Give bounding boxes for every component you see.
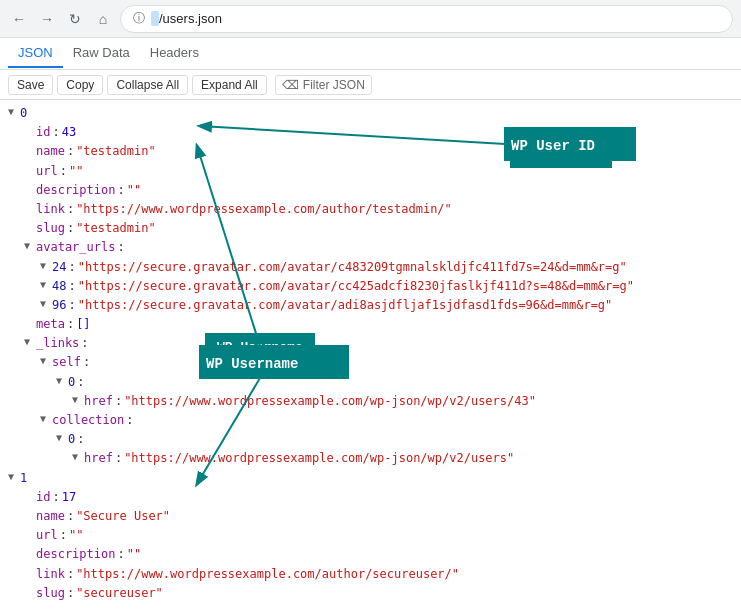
json-value: "https://secure.gravatar.com/avatar/c483…: [78, 258, 627, 277]
filter-icon: ⌫: [282, 78, 299, 92]
json-key: slug: [36, 219, 65, 238]
colon: :: [67, 507, 74, 526]
json-key: self: [52, 353, 81, 372]
json-key: collection: [52, 411, 124, 430]
url-path: /users.json: [159, 11, 222, 26]
json-line: slug: "testadmin": [0, 219, 741, 238]
colon: :: [115, 392, 122, 411]
json-key: avatar_urls: [36, 238, 115, 257]
json-line: slug: "secureuser": [0, 584, 741, 603]
json-line: ▼collection:: [0, 411, 741, 430]
json-value: "": [127, 545, 141, 564]
json-key: 1: [20, 469, 27, 488]
colon: :: [77, 430, 84, 449]
json-key: href: [84, 392, 113, 411]
json-key: 0: [20, 104, 27, 123]
json-content: ▼0 id: 43 name: "testadmin" url: "" desc…: [0, 100, 741, 613]
json-value: "Secure User": [76, 507, 170, 526]
json-line: ▼24: "https://secure.gravatar.com/avatar…: [0, 258, 741, 277]
toggle-icon[interactable]: ▼: [40, 353, 50, 369]
json-key: description: [36, 181, 115, 200]
json-key: link: [36, 565, 65, 584]
toggle-icon[interactable]: ▼: [8, 469, 18, 485]
json-line: ▼0:: [0, 373, 741, 392]
json-value: "secureuser": [76, 584, 163, 603]
back-button[interactable]: ←: [8, 8, 30, 30]
json-line: meta: []: [0, 315, 741, 334]
json-key: url: [36, 526, 58, 545]
colon: :: [60, 162, 67, 181]
json-key: link: [36, 200, 65, 219]
forward-button[interactable]: →: [36, 8, 58, 30]
toggle-icon[interactable]: ▼: [72, 392, 82, 408]
toggle-icon[interactable]: ▼: [56, 430, 66, 446]
secure-icon: ⓘ: [133, 10, 145, 27]
json-toolbar: Save Copy Collapse All Expand All ⌫ Filt…: [0, 70, 741, 100]
json-value: "": [69, 162, 83, 181]
colon: :: [60, 526, 67, 545]
tab-headers[interactable]: Headers: [140, 39, 209, 68]
json-line: ▼96: "https://secure.gravatar.com/avatar…: [0, 296, 741, 315]
toggle-icon[interactable]: ▼: [8, 104, 18, 120]
colon: :: [67, 219, 74, 238]
tab-json[interactable]: JSON: [8, 39, 63, 68]
toggle-icon[interactable]: ▼: [56, 373, 66, 389]
json-value: "https://www.wordpressexample.com/wp-jso…: [124, 392, 536, 411]
colon: :: [117, 545, 124, 564]
expand-all-button[interactable]: Expand All: [192, 75, 267, 95]
save-button[interactable]: Save: [8, 75, 53, 95]
json-key: slug: [36, 584, 65, 603]
toggle-icon[interactable]: ▼: [40, 411, 50, 427]
colon: :: [77, 373, 84, 392]
json-value: "": [69, 526, 83, 545]
json-line: ▼href: "https://www.wordpressexample.com…: [0, 392, 741, 411]
json-line: ▼avatar_urls:: [0, 238, 741, 257]
json-key: id: [36, 123, 50, 142]
address-bar[interactable]: ⓘ /users.json: [120, 5, 733, 33]
json-key: name: [36, 142, 65, 161]
colon: :: [126, 411, 133, 430]
json-key: name: [36, 507, 65, 526]
json-line: id: 17: [0, 488, 741, 507]
json-key: description: [36, 545, 115, 564]
colon: :: [67, 142, 74, 161]
colon: :: [67, 315, 74, 334]
json-line: link: "https://www.wordpressexample.com/…: [0, 200, 741, 219]
toggle-icon[interactable]: ▼: [72, 449, 82, 465]
json-line: url: "": [0, 162, 741, 181]
json-line: ▼1: [0, 469, 741, 488]
reload-button[interactable]: ↻: [64, 8, 86, 30]
json-line: url: "": [0, 526, 741, 545]
filter-json-box[interactable]: ⌫ Filter JSON: [275, 75, 372, 95]
json-value: "testadmin": [76, 142, 155, 161]
toggle-icon[interactable]: ▼: [40, 277, 50, 293]
json-key: 0: [68, 430, 75, 449]
toggle-icon[interactable]: ▼: [24, 238, 34, 254]
collapse-all-button[interactable]: Collapse All: [107, 75, 188, 95]
url-domain: [151, 11, 159, 26]
json-line: ▼0:: [0, 430, 741, 449]
home-button[interactable]: ⌂: [92, 8, 114, 30]
json-key: meta: [36, 315, 65, 334]
colon: :: [81, 334, 88, 353]
json-key: 24: [52, 258, 66, 277]
toggle-icon[interactable]: ▼: [40, 296, 50, 312]
json-line: ▼48: "https://secure.gravatar.com/avatar…: [0, 277, 741, 296]
toggle-icon[interactable]: ▼: [24, 334, 34, 350]
json-key: 96: [52, 296, 66, 315]
json-value: []: [76, 315, 90, 334]
json-key: 48: [52, 277, 66, 296]
json-value: "": [127, 181, 141, 200]
browser-bar: ← → ↻ ⌂ ⓘ /users.json: [0, 0, 741, 38]
colon: :: [115, 449, 122, 468]
json-value: "https://www.wordpressexample.com/author…: [76, 565, 459, 584]
json-key: _links: [36, 334, 79, 353]
toggle-icon[interactable]: ▼: [40, 258, 50, 274]
json-value: "https://secure.gravatar.com/avatar/adi8…: [78, 296, 613, 315]
copy-button[interactable]: Copy: [57, 75, 103, 95]
tab-raw-data[interactable]: Raw Data: [63, 39, 140, 68]
json-value: 17: [62, 488, 76, 507]
json-key: url: [36, 162, 58, 181]
colon: :: [117, 238, 124, 257]
colon: :: [68, 258, 75, 277]
